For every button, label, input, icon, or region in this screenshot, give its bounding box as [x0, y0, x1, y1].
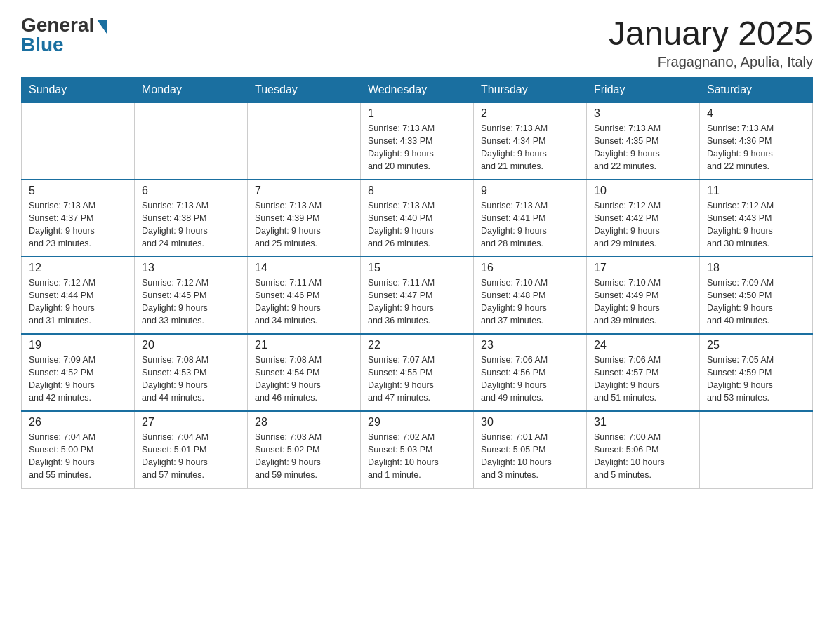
day-info: Sunrise: 7:13 AM Sunset: 4:33 PM Dayligh…	[368, 122, 466, 173]
calendar-day-22: 22Sunrise: 7:07 AM Sunset: 4:55 PM Dayli…	[361, 334, 474, 411]
day-number: 11	[707, 185, 805, 197]
day-info: Sunrise: 7:12 AM Sunset: 4:42 PM Dayligh…	[594, 199, 692, 250]
day-number: 29	[368, 416, 466, 429]
calendar-day-11: 11Sunrise: 7:12 AM Sunset: 4:43 PM Dayli…	[700, 180, 813, 257]
day-number: 4	[707, 107, 805, 120]
day-info: Sunrise: 7:12 AM Sunset: 4:45 PM Dayligh…	[142, 276, 240, 328]
weekday-header-row: SundayMondayTuesdayWednesdayThursdayFrid…	[22, 78, 813, 103]
calendar-day-8: 8Sunrise: 7:13 AM Sunset: 4:40 PM Daylig…	[361, 180, 474, 257]
day-number: 28	[255, 416, 353, 429]
day-number: 21	[255, 339, 353, 351]
day-info: Sunrise: 7:04 AM Sunset: 5:00 PM Dayligh…	[29, 431, 127, 482]
weekday-header-thursday: Thursday	[474, 78, 587, 103]
day-number: 25	[707, 339, 805, 351]
calendar-day-29: 29Sunrise: 7:02 AM Sunset: 5:03 PM Dayli…	[361, 411, 474, 488]
day-info: Sunrise: 7:13 AM Sunset: 4:34 PM Dayligh…	[481, 122, 579, 173]
day-info: Sunrise: 7:12 AM Sunset: 4:43 PM Dayligh…	[707, 199, 805, 250]
calendar-day-24: 24Sunrise: 7:06 AM Sunset: 4:57 PM Dayli…	[587, 334, 700, 411]
calendar-day-19: 19Sunrise: 7:09 AM Sunset: 4:52 PM Dayli…	[22, 334, 135, 411]
day-number: 6	[142, 185, 240, 197]
calendar-week-row: 19Sunrise: 7:09 AM Sunset: 4:52 PM Dayli…	[22, 334, 813, 411]
calendar-week-row: 1Sunrise: 7:13 AM Sunset: 4:33 PM Daylig…	[22, 102, 813, 180]
day-info: Sunrise: 7:04 AM Sunset: 5:01 PM Dayligh…	[142, 431, 240, 482]
day-info: Sunrise: 7:11 AM Sunset: 4:46 PM Dayligh…	[255, 276, 353, 328]
calendar-day-16: 16Sunrise: 7:10 AM Sunset: 4:48 PM Dayli…	[474, 257, 587, 334]
day-info: Sunrise: 7:00 AM Sunset: 5:06 PM Dayligh…	[594, 431, 692, 482]
day-info: Sunrise: 7:13 AM Sunset: 4:40 PM Dayligh…	[368, 199, 466, 250]
calendar-day-25: 25Sunrise: 7:05 AM Sunset: 4:59 PM Dayli…	[700, 334, 813, 411]
day-info: Sunrise: 7:01 AM Sunset: 5:05 PM Dayligh…	[481, 431, 579, 482]
day-number: 7	[255, 185, 353, 197]
calendar-week-row: 5Sunrise: 7:13 AM Sunset: 4:37 PM Daylig…	[22, 180, 813, 257]
weekday-header-wednesday: Wednesday	[361, 78, 474, 103]
calendar-day-28: 28Sunrise: 7:03 AM Sunset: 5:02 PM Dayli…	[248, 411, 361, 488]
day-info: Sunrise: 7:13 AM Sunset: 4:35 PM Dayligh…	[594, 122, 692, 173]
calendar-empty-cell	[135, 102, 248, 180]
day-info: Sunrise: 7:06 AM Sunset: 4:56 PM Dayligh…	[481, 354, 579, 405]
logo-triangle-icon	[97, 20, 107, 34]
day-number: 14	[255, 262, 353, 274]
day-number: 3	[594, 107, 692, 120]
day-number: 18	[707, 262, 805, 274]
calendar-empty-cell	[700, 411, 813, 488]
calendar-day-3: 3Sunrise: 7:13 AM Sunset: 4:35 PM Daylig…	[587, 102, 700, 180]
day-number: 20	[142, 339, 240, 351]
calendar-day-9: 9Sunrise: 7:13 AM Sunset: 4:41 PM Daylig…	[474, 180, 587, 257]
title-section: January 2025 Fragagnano, Apulia, Italy	[609, 14, 813, 70]
day-info: Sunrise: 7:10 AM Sunset: 4:48 PM Dayligh…	[481, 276, 579, 328]
day-info: Sunrise: 7:12 AM Sunset: 4:44 PM Dayligh…	[29, 276, 127, 328]
calendar-day-26: 26Sunrise: 7:04 AM Sunset: 5:00 PM Dayli…	[22, 411, 135, 488]
calendar-day-15: 15Sunrise: 7:11 AM Sunset: 4:47 PM Dayli…	[361, 257, 474, 334]
day-info: Sunrise: 7:07 AM Sunset: 4:55 PM Dayligh…	[368, 354, 466, 405]
calendar-day-13: 13Sunrise: 7:12 AM Sunset: 4:45 PM Dayli…	[135, 257, 248, 334]
day-info: Sunrise: 7:03 AM Sunset: 5:02 PM Dayligh…	[255, 431, 353, 482]
calendar-empty-cell	[248, 102, 361, 180]
day-number: 19	[29, 339, 127, 351]
day-number: 5	[29, 185, 127, 197]
calendar-day-14: 14Sunrise: 7:11 AM Sunset: 4:46 PM Dayli…	[248, 257, 361, 334]
day-info: Sunrise: 7:13 AM Sunset: 4:36 PM Dayligh…	[707, 122, 805, 173]
location: Fragagnano, Apulia, Italy	[609, 54, 813, 70]
calendar-day-5: 5Sunrise: 7:13 AM Sunset: 4:37 PM Daylig…	[22, 180, 135, 257]
day-number: 2	[481, 107, 579, 120]
day-info: Sunrise: 7:13 AM Sunset: 4:38 PM Dayligh…	[142, 199, 240, 250]
day-info: Sunrise: 7:08 AM Sunset: 4:53 PM Dayligh…	[142, 354, 240, 405]
calendar-day-18: 18Sunrise: 7:09 AM Sunset: 4:50 PM Dayli…	[700, 257, 813, 334]
weekday-header-monday: Monday	[135, 78, 248, 103]
day-number: 22	[368, 339, 466, 351]
logo: General Blue	[21, 14, 107, 56]
calendar-table: SundayMondayTuesdayWednesdayThursdayFrid…	[21, 77, 813, 489]
day-number: 17	[594, 262, 692, 274]
calendar-day-6: 6Sunrise: 7:13 AM Sunset: 4:38 PM Daylig…	[135, 180, 248, 257]
day-number: 23	[481, 339, 579, 351]
calendar-empty-cell	[22, 102, 135, 180]
calendar-day-30: 30Sunrise: 7:01 AM Sunset: 5:05 PM Dayli…	[474, 411, 587, 488]
day-info: Sunrise: 7:09 AM Sunset: 4:52 PM Dayligh…	[29, 354, 127, 405]
calendar-day-4: 4Sunrise: 7:13 AM Sunset: 4:36 PM Daylig…	[700, 102, 813, 180]
weekday-header-tuesday: Tuesday	[248, 78, 361, 103]
day-number: 10	[594, 185, 692, 197]
day-info: Sunrise: 7:09 AM Sunset: 4:50 PM Dayligh…	[707, 276, 805, 328]
month-title: January 2025	[609, 14, 813, 53]
day-info: Sunrise: 7:02 AM Sunset: 5:03 PM Dayligh…	[368, 431, 466, 482]
day-info: Sunrise: 7:13 AM Sunset: 4:37 PM Dayligh…	[29, 199, 127, 250]
day-info: Sunrise: 7:08 AM Sunset: 4:54 PM Dayligh…	[255, 354, 353, 405]
weekday-header-friday: Friday	[587, 78, 700, 103]
day-number: 8	[368, 185, 466, 197]
calendar-day-31: 31Sunrise: 7:00 AM Sunset: 5:06 PM Dayli…	[587, 411, 700, 488]
page-header: General Blue January 2025 Fragagnano, Ap…	[21, 14, 813, 70]
day-number: 1	[368, 107, 466, 120]
day-number: 16	[481, 262, 579, 274]
calendar-day-7: 7Sunrise: 7:13 AM Sunset: 4:39 PM Daylig…	[248, 180, 361, 257]
day-number: 27	[142, 416, 240, 429]
calendar-day-12: 12Sunrise: 7:12 AM Sunset: 4:44 PM Dayli…	[22, 257, 135, 334]
day-number: 13	[142, 262, 240, 274]
day-info: Sunrise: 7:11 AM Sunset: 4:47 PM Dayligh…	[368, 276, 466, 328]
logo-blue: Blue	[21, 34, 64, 56]
calendar-day-17: 17Sunrise: 7:10 AM Sunset: 4:49 PM Dayli…	[587, 257, 700, 334]
weekday-header-sunday: Sunday	[22, 78, 135, 103]
day-number: 30	[481, 416, 579, 429]
day-info: Sunrise: 7:10 AM Sunset: 4:49 PM Dayligh…	[594, 276, 692, 328]
day-info: Sunrise: 7:05 AM Sunset: 4:59 PM Dayligh…	[707, 354, 805, 405]
day-number: 24	[594, 339, 692, 351]
